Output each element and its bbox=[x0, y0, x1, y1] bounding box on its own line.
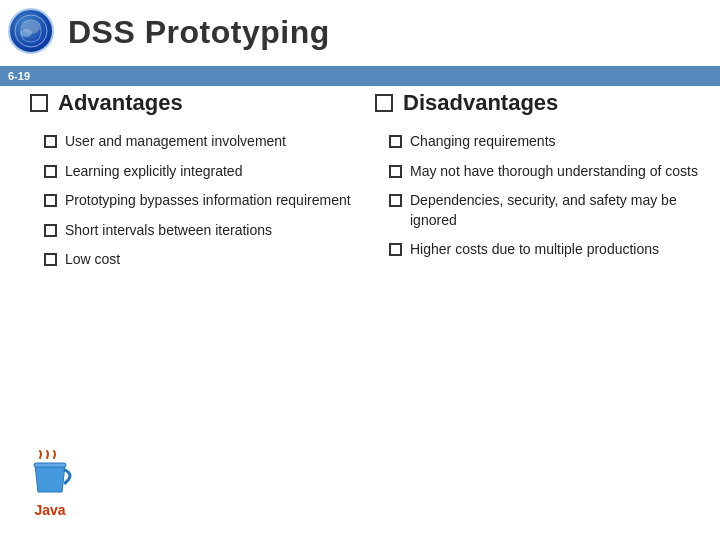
advantage-item-1: User and management involvement bbox=[65, 132, 286, 152]
disadvantage-item-2: May not have thorough understanding of c… bbox=[410, 162, 698, 182]
bullet-icon bbox=[389, 135, 402, 148]
list-item: Low cost bbox=[30, 250, 355, 270]
advantage-item-4: Short intervals between iterations bbox=[65, 221, 272, 241]
bullet-icon bbox=[389, 243, 402, 256]
advantage-item-2: Learning explicitly integrated bbox=[65, 162, 242, 182]
list-item: Dependencies, security, and safety may b… bbox=[375, 191, 700, 230]
content-area: Advantages User and management involveme… bbox=[30, 90, 700, 280]
disadvantage-item-4: Higher costs due to multiple productions bbox=[410, 240, 659, 260]
disadvantages-title: Disadvantages bbox=[403, 90, 558, 116]
list-item: Higher costs due to multiple productions bbox=[375, 240, 700, 260]
bullet-icon bbox=[44, 253, 57, 266]
slide-container: DSS Prototyping 6-19 Advantages User and… bbox=[0, 0, 720, 540]
advantages-checkbox-icon bbox=[30, 94, 48, 112]
advantages-header: Advantages bbox=[30, 90, 355, 116]
disadvantage-item-1: Changing requirements bbox=[410, 132, 556, 152]
slide-number: 6-19 bbox=[0, 70, 30, 82]
bullet-icon bbox=[44, 194, 57, 207]
svg-rect-3 bbox=[34, 463, 66, 467]
list-item: Prototyping bypasses information require… bbox=[30, 191, 355, 211]
bullet-icon bbox=[44, 165, 57, 178]
advantages-title: Advantages bbox=[58, 90, 183, 116]
bullet-icon bbox=[389, 194, 402, 207]
bullet-icon bbox=[44, 224, 57, 237]
bullet-icon bbox=[44, 135, 57, 148]
advantage-item-5: Low cost bbox=[65, 250, 120, 270]
advantages-column: Advantages User and management involveme… bbox=[30, 90, 355, 280]
disadvantage-item-3: Dependencies, security, and safety may b… bbox=[410, 191, 700, 230]
list-item: Changing requirements bbox=[375, 132, 700, 152]
list-item: May not have thorough understanding of c… bbox=[375, 162, 700, 182]
top-logo bbox=[8, 8, 56, 56]
java-logo: Java bbox=[20, 450, 80, 520]
java-cup-icon bbox=[25, 450, 75, 500]
disadvantages-column: Disadvantages Changing requirements May … bbox=[375, 90, 700, 280]
advantage-item-3: Prototyping bypasses information require… bbox=[65, 191, 351, 211]
slide-title: DSS Prototyping bbox=[68, 14, 330, 51]
java-label: Java bbox=[34, 502, 65, 518]
disadvantages-header: Disadvantages bbox=[375, 90, 700, 116]
logo-circle bbox=[8, 8, 54, 54]
bullet-icon bbox=[389, 165, 402, 178]
list-item: Learning explicitly integrated bbox=[30, 162, 355, 182]
list-item: User and management involvement bbox=[30, 132, 355, 152]
slide-number-bar: 6-19 bbox=[0, 66, 720, 86]
disadvantages-checkbox-icon bbox=[375, 94, 393, 112]
list-item: Short intervals between iterations bbox=[30, 221, 355, 241]
